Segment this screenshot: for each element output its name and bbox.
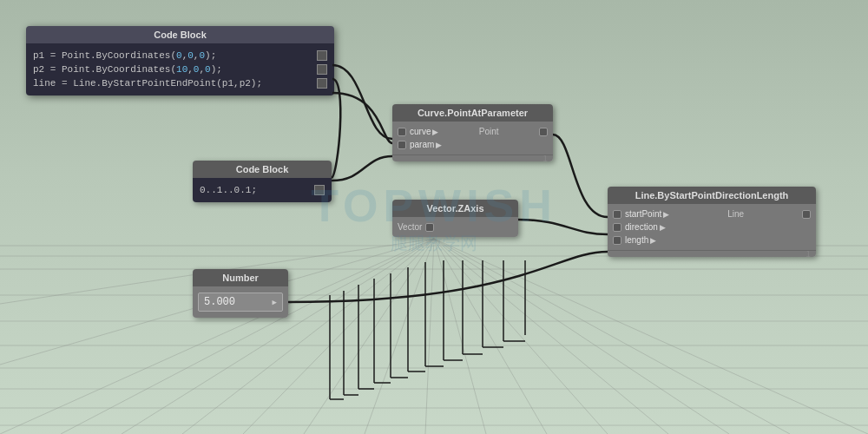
line-by-start-header: Line.ByStartPointDirectionLength (608, 187, 816, 204)
port-out-range (314, 185, 325, 195)
curve-node-footer: l (392, 155, 553, 158)
vector-zaxis-body: Vector (392, 217, 518, 237)
curve-point-header: Curve.PointAtParameter (392, 104, 553, 122)
line-by-start-body: startPoint ▶ Line direction ▶ length ▶ l (608, 204, 816, 257)
code-block-small-body: 0..1..0.1; (193, 178, 332, 202)
port-out-2 (317, 64, 327, 75)
code-block-large-node[interactable]: Code Block p1 = Point.ByCoordinates(0,0,… (26, 26, 334, 95)
curve-point-at-param-node[interactable]: Curve.PointAtParameter curve ▶ Point par… (392, 104, 553, 161)
vector-zaxis-header: Vector.ZAxis (392, 200, 518, 217)
code-line-range: 0..1..0.1; (200, 183, 325, 197)
port-out-vector (425, 223, 434, 232)
port-in-start (613, 210, 621, 219)
direction-row: direction ▶ (608, 220, 816, 233)
port-out-point (539, 128, 548, 136)
param-input-row: param ▶ (392, 138, 553, 151)
curve-point-body: curve ▶ Point param ▶ l (392, 122, 553, 161)
curve-input-row: curve ▶ Point (392, 125, 553, 138)
port-in-length (613, 236, 621, 245)
code-line-2: p2 = Point.ByCoordinates(10,0,0); (33, 62, 327, 76)
line-by-start-node[interactable]: Line.ByStartPointDirectionLength startPo… (608, 187, 816, 257)
length-row: length ▶ (608, 233, 816, 247)
vector-output-row: Vector (392, 220, 518, 233)
port-out-1 (317, 50, 327, 61)
code-block-small-header: Code Block (193, 161, 332, 178)
number-body: 5.000 ▶ (193, 286, 288, 318)
port-in-param (398, 141, 406, 149)
code-block-small-node[interactable]: Code Block 0..1..0.1; (193, 161, 332, 202)
line-node-footer: l (608, 250, 816, 253)
code-line-1: p1 = Point.ByCoordinates(0,0,0); (33, 49, 327, 62)
3d-viewport: TOPWISH 腿腿教学网 Code Block p1 = Point.ByCo… (0, 0, 868, 434)
port-in-curve (398, 128, 406, 136)
code-block-large-header: Code Block (26, 26, 334, 43)
number-display: 5.000 ▶ (198, 293, 283, 312)
start-point-row: startPoint ▶ Line (608, 207, 816, 220)
vector-zaxis-node[interactable]: Vector.ZAxis Vector (392, 200, 518, 237)
number-header: Number (193, 269, 288, 286)
port-in-direction (613, 223, 621, 232)
port-out-line (802, 210, 811, 219)
number-node[interactable]: Number 5.000 ▶ (193, 269, 288, 318)
port-out-3 (317, 78, 327, 89)
code-block-large-body: p1 = Point.ByCoordinates(0,0,0); p2 = Po… (26, 43, 334, 95)
code-line-3: line = Line.ByStartPointEndPoint(p1,p2); (33, 76, 327, 90)
